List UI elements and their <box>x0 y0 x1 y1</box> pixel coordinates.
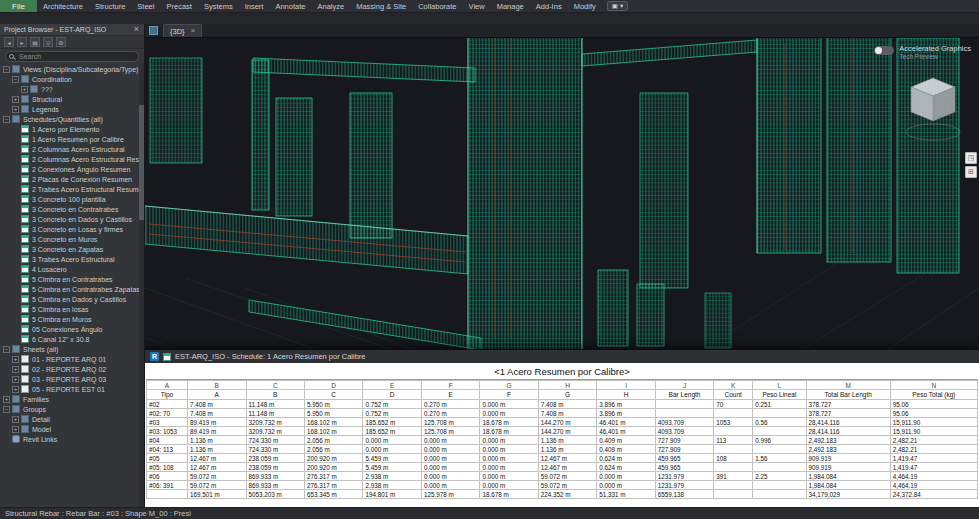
ribbon-tab-precast[interactable]: Precast <box>160 0 197 12</box>
schedule-cell[interactable]: #03: 1053 <box>147 427 188 436</box>
schedule-cell[interactable]: 0.000 m <box>363 445 421 454</box>
column-letter[interactable]: C <box>246 381 304 390</box>
schedule-cell[interactable]: 276.317 m <box>304 472 362 481</box>
schedule-cell[interactable]: 95.06 <box>890 409 977 418</box>
expand-icon[interactable]: + <box>21 86 28 93</box>
schedule-cell[interactable]: 4093.709 <box>655 427 713 436</box>
expand-icon[interactable]: + <box>12 96 19 103</box>
schedule-cell[interactable]: 200.920 m <box>304 463 362 472</box>
schedule-cell[interactable]: 391 <box>714 472 753 481</box>
schedule-cell[interactable]: 0.000 m <box>480 481 538 490</box>
tree-item[interactable]: −Schedules/Quantities (all) <box>0 114 139 124</box>
schedule-cell[interactable]: 5053.203 m <box>246 490 304 499</box>
tree-item[interactable]: 3 Trabes Acero Estructural <box>0 254 139 264</box>
tree-item[interactable]: −Groups <box>0 404 139 414</box>
ribbon-tab-view[interactable]: View <box>463 0 491 12</box>
tree-item[interactable]: 3 Concreto 100 plantilla <box>0 194 139 204</box>
schedule-cell[interactable]: 378.727 <box>806 400 890 409</box>
schedule-cell[interactable]: 1,419.47 <box>890 454 977 463</box>
schedule-cell[interactable]: 869.933 m <box>246 472 304 481</box>
list-view-icon[interactable]: ▤ <box>30 37 40 47</box>
schedule-cell[interactable]: 34,179.029 <box>806 490 890 499</box>
schedule-window-titlebar[interactable]: R EST-ARQ_ISO - Schedule: 1 Acero Resume… <box>145 350 979 363</box>
tree-item[interactable]: 5 Cimbra en Contratrabes Zapatas <box>0 284 139 294</box>
schedule-cell[interactable]: 5.459 m <box>363 454 421 463</box>
column-letter[interactable]: E <box>363 381 421 390</box>
schedule-cell[interactable]: 4,464.19 <box>890 472 977 481</box>
search-input[interactable] <box>5 51 139 62</box>
tree-item[interactable]: 2 Trabes Acero Estructural Resumen <box>0 184 139 194</box>
schedule-cell[interactable]: 24,372.84 <box>890 490 977 499</box>
ribbon-tab-collaborate[interactable]: Collaborate <box>412 0 462 12</box>
column-letter[interactable]: M <box>806 381 890 390</box>
schedule-cell[interactable]: 28,414.116 <box>806 427 890 436</box>
schedule-cell[interactable]: 909.919 <box>806 454 890 463</box>
schedule-cell[interactable]: 59.072 m <box>188 472 246 481</box>
schedule-cell[interactable]: 89.419 m <box>188 418 246 427</box>
close-icon[interactable]: × <box>133 25 140 34</box>
column-header[interactable]: D <box>363 390 421 400</box>
column-header[interactable]: Count <box>714 390 753 400</box>
schedule-cell[interactable]: 0.56 <box>753 418 806 427</box>
schedule-cell[interactable]: 11.148 m <box>246 409 304 418</box>
accelerated-graphics-toggle[interactable] <box>874 46 894 55</box>
schedule-cell[interactable]: #03 <box>147 418 188 427</box>
schedule-cell[interactable]: 724.330 m <box>246 445 304 454</box>
schedule-cell[interactable]: 7.408 m <box>538 400 596 409</box>
schedule-cell[interactable]: 909.919 <box>806 463 890 472</box>
schedule-cell[interactable]: 0.996 <box>753 436 806 445</box>
tree-item[interactable]: 2 Conexiones Ángulo Resumen <box>0 164 139 174</box>
tree-item[interactable]: 5 Cimbra en Contratrabes <box>0 274 139 284</box>
column-header[interactable]: C <box>304 390 362 400</box>
schedule-cell[interactable]: 727.909 <box>655 436 713 445</box>
tree-item[interactable]: 5 Cimbra en Muros <box>0 314 139 324</box>
schedule-cell[interactable]: 1,984.084 <box>806 481 890 490</box>
schedule-cell[interactable]: 7.408 m <box>188 409 246 418</box>
schedule-cell[interactable]: 5.950 m <box>304 409 362 418</box>
schedule-cell[interactable]: 7.408 m <box>538 409 596 418</box>
schedule-cell[interactable]: 0.752 m <box>363 409 421 418</box>
schedule-cell[interactable] <box>655 409 713 418</box>
schedule-cell[interactable]: 0.752 m <box>363 400 421 409</box>
schedule-cell[interactable]: 1231.979 <box>655 472 713 481</box>
view-list-icon[interactable] <box>149 26 158 35</box>
schedule-cell[interactable]: 59.072 m <box>538 481 596 490</box>
settings-icon[interactable]: ⚙ <box>56 37 66 47</box>
schedule-cell[interactable]: 2.056 m <box>304 445 362 454</box>
schedule-cell[interactable]: 3209.732 m <box>246 427 304 436</box>
tree-item[interactable]: +Structural <box>0 94 139 104</box>
schedule-cell[interactable] <box>753 490 806 499</box>
schedule-cell[interactable]: 1231.979 <box>655 481 713 490</box>
column-letter[interactable]: D <box>304 381 362 390</box>
schedule-cell[interactable]: 0.000 m <box>480 463 538 472</box>
filter-icon[interactable]: ▽ <box>43 37 53 47</box>
schedule-cell[interactable]: 724.330 m <box>246 436 304 445</box>
schedule-cell[interactable]: 168.102 m <box>304 418 362 427</box>
schedule-cell[interactable]: 4093.709 <box>655 418 713 427</box>
expand-icon[interactable]: + <box>12 356 19 363</box>
tree-item[interactable]: 5 Cimbra en Dados y Castillos <box>0 294 139 304</box>
schedule-cell[interactable]: 1,984.084 <box>806 472 890 481</box>
column-letter[interactable]: K <box>714 381 753 390</box>
collapse-icon[interactable]: − <box>3 66 10 73</box>
schedule-cell[interactable]: 108 <box>714 454 753 463</box>
schedule-cell[interactable]: 4,464.19 <box>890 481 977 490</box>
schedule-cell[interactable] <box>714 481 753 490</box>
schedule-cell[interactable]: 2.25 <box>753 472 806 481</box>
ribbon-tab-steel[interactable]: Steel <box>131 0 160 12</box>
column-header[interactable]: H <box>597 390 655 400</box>
tree-item[interactable]: +Model <box>0 424 139 434</box>
schedule-cell[interactable]: 0.000 m <box>480 472 538 481</box>
zoom-button[interactable]: ⊞ <box>965 166 977 178</box>
expand-icon[interactable]: + <box>12 416 19 423</box>
schedule-cell[interactable] <box>753 427 806 436</box>
schedule-cell[interactable]: 0.270 m <box>421 400 479 409</box>
column-letter[interactable]: H <box>538 381 596 390</box>
schedule-cell[interactable] <box>655 400 713 409</box>
schedule-cell[interactable]: 2,492.183 <box>806 436 890 445</box>
schedule-cell[interactable]: 89.419 m <box>188 427 246 436</box>
schedule-cell[interactable]: 125.708 m <box>421 427 479 436</box>
tree-item[interactable]: 1 Acero Resumen por Calibre <box>0 134 139 144</box>
schedule-cell[interactable]: 1.136 m <box>188 436 246 445</box>
column-header[interactable]: Bar Length <box>655 390 713 400</box>
